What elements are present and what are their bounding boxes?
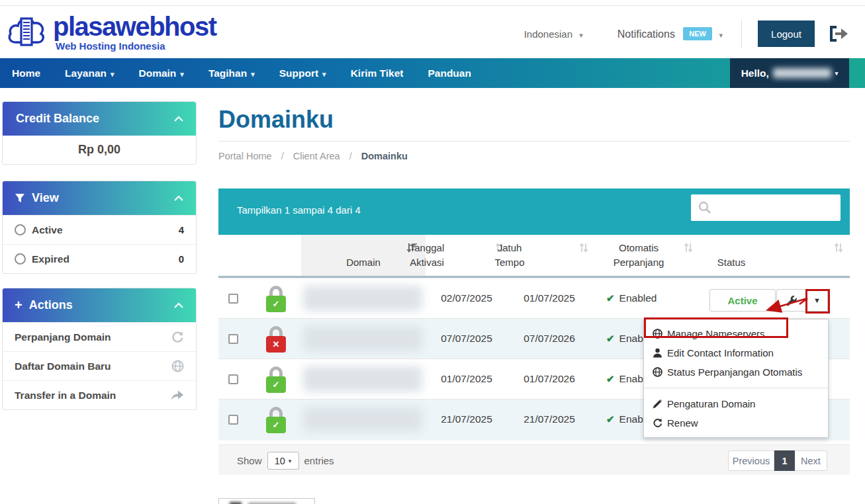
search-input[interactable] (691, 194, 841, 221)
nav-item-home[interactable]: Home (12, 67, 40, 79)
globe-icon (171, 360, 184, 372)
row-checkbox[interactable] (228, 294, 238, 304)
pagination-current-page[interactable]: 1 (774, 450, 795, 471)
page-size-select[interactable]: 10 ▾ (267, 452, 299, 470)
chevron-up-icon (173, 194, 184, 202)
filter-option-active[interactable]: Active 4 (3, 215, 196, 244)
credit-balance-amount: Rp 0,00 (3, 136, 196, 164)
check-icon: ✔ (606, 413, 615, 425)
row-checkbox[interactable] (228, 374, 238, 384)
view-filter-header[interactable]: View (3, 181, 196, 215)
show-label: Show (237, 455, 262, 466)
nav-item-domain[interactable]: Domain▾ (139, 67, 184, 79)
sort-icon[interactable] (684, 243, 693, 253)
brand-logo[interactable]: plasawebhost Web Hosting Indonesia (7, 13, 216, 52)
row-actions-dropdown-toggle[interactable]: ▼ (807, 289, 828, 312)
activation-date: 02/07/2025 (427, 292, 506, 304)
nav-item-kirim-tiket[interactable]: Kirim Tiket (351, 67, 404, 79)
breadcrumb-portal-home[interactable]: Portal Home (218, 151, 272, 161)
ssl-invalid-lock-icon: ✕ (265, 326, 287, 353)
pagination: Previous 1 Next (728, 450, 827, 471)
credit-balance-header[interactable]: Credit Balance (3, 102, 196, 136)
column-header-status[interactable]: Status (692, 255, 771, 270)
menu-item-renew[interactable]: Renew (644, 413, 828, 433)
column-header-autorenew[interactable]: OtomatisPerpanjang (589, 241, 688, 270)
bulk-action-button[interactable] (218, 498, 315, 504)
actions-header[interactable]: + Actions (3, 288, 196, 322)
top-divider (0, 5, 865, 6)
manage-wrench-button[interactable] (776, 289, 807, 312)
action-daftar-domain-baru[interactable]: Daftar Domain Baru (3, 351, 196, 380)
pagination-previous[interactable]: Previous (728, 450, 774, 471)
menu-item-manage-nameservers[interactable]: Manage Nameservers (644, 324, 828, 343)
breadcrumb-client-area[interactable]: Client Area (293, 151, 340, 161)
filter-expired-count: 0 (179, 253, 184, 265)
column-header-due[interactable]: JatuhTempo (470, 241, 549, 270)
menu-item-status-perpanjangan[interactable]: Status Perpanjangan Otomatis (644, 362, 828, 382)
nav-item-layanan[interactable]: Layanan▾ (65, 67, 114, 79)
notifications-menu[interactable]: Notifications NEW ▾ (617, 27, 723, 40)
action-perpanjang-domain[interactable]: Perpanjang Domain (3, 322, 196, 351)
globe-icon (653, 367, 662, 377)
menu-item-pengaturan-domain[interactable]: Pengaturan Domain (644, 394, 828, 413)
filter-active-count: 4 (179, 224, 184, 235)
chevron-down-icon: ▾ (322, 70, 326, 78)
language-selector[interactable]: Indonesian ▾ (524, 28, 583, 40)
sort-icon[interactable] (834, 243, 843, 253)
refresh-icon (171, 331, 184, 343)
chevron-down-icon: ▾ (111, 70, 114, 78)
row-checkbox[interactable] (228, 334, 238, 344)
radio-button[interactable] (15, 224, 26, 235)
check-icon: ✔ (606, 292, 615, 304)
nav-item-tagihan[interactable]: Tagihan▾ (208, 67, 255, 79)
nav-item-panduan[interactable]: Panduan (428, 67, 471, 79)
domain-name-redacted[interactable] (303, 407, 422, 432)
due-date: 01/07/2026 (510, 373, 589, 385)
row-checkbox[interactable] (228, 415, 238, 425)
menu-item-edit-contact[interactable]: Edit Contact Information (644, 343, 828, 362)
funnel-icon (15, 193, 25, 203)
check-icon: ✔ (606, 373, 615, 384)
filter-option-expired[interactable]: Expired 0 (3, 244, 196, 273)
breadcrumb-current: Domainku (361, 151, 408, 161)
sort-icon[interactable] (579, 243, 588, 253)
account-menu[interactable]: Hello, ▾ (730, 58, 849, 88)
column-header-activation[interactable]: TanggalAktivasi (387, 241, 467, 270)
ssl-valid-lock-icon: ✓ (265, 407, 287, 433)
action-label: Perpanjang Domain (15, 331, 111, 343)
due-date: 07/07/2026 (510, 333, 589, 345)
activation-date: 01/07/2025 (427, 373, 506, 385)
credit-balance-panel: Credit Balance Rp 0,00 (2, 101, 197, 165)
chevron-down-icon: ▾ (719, 31, 723, 39)
nav-item-support[interactable]: Support▾ (279, 67, 326, 79)
logout-button[interactable]: Logout (758, 21, 815, 47)
chevron-up-icon (173, 302, 184, 309)
page-title: Domainku (218, 106, 334, 134)
radio-button[interactable] (15, 253, 26, 265)
status-active-button[interactable]: Active (709, 289, 776, 312)
table-toolbar: Tampilkan 1 sampai 4 dari 4 (218, 189, 850, 235)
row-actions-dropdown-menu: Manage Nameservers Edit Contact Informat… (643, 319, 829, 438)
chevron-up-icon (173, 115, 184, 122)
domain-name-redacted[interactable] (303, 366, 422, 392)
action-transfer-domain[interactable]: Transfer in a Domain (3, 380, 196, 409)
due-date: 21/07/2025 (510, 413, 589, 425)
view-filter-panel: View Active 4 Expired 0 (2, 181, 197, 274)
due-date: 01/07/2025 (510, 292, 589, 304)
header-divider (741, 20, 742, 48)
domain-name-redacted[interactable] (303, 326, 422, 351)
domain-name-redacted[interactable] (303, 286, 422, 311)
globe-icon (653, 329, 662, 339)
chevron-down-icon: ▾ (251, 70, 255, 78)
table-header: Domain TanggalAktivasi JatuhTempo Otomat… (218, 235, 850, 278)
credit-balance-title: Credit Balance (16, 112, 99, 126)
plus-icon: + (15, 298, 23, 313)
sign-out-icon[interactable] (829, 26, 849, 42)
activation-date: 07/07/2025 (427, 333, 506, 345)
pagination-next[interactable]: Next (795, 450, 827, 471)
greeting-label: Hello, (741, 67, 769, 79)
chevron-down-icon: ▾ (835, 70, 839, 77)
pencil-icon (653, 399, 662, 409)
filter-expired-label: Expired (32, 253, 69, 265)
ssl-valid-lock-icon: ✓ (265, 366, 287, 393)
